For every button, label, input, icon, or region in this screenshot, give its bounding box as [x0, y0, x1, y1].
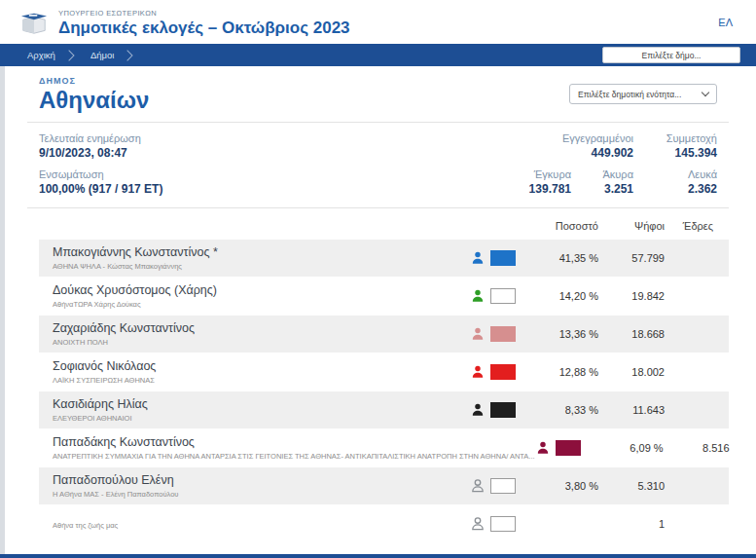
turnout-label: Συμμετοχή [633, 132, 717, 144]
municipality-name: Αθηναίων [39, 87, 149, 114]
party-name: ΕΛΕΥΘΕΡΟΙ ΑΘΗΝΑΙΟΙ [39, 414, 470, 423]
party-color-swatch [490, 326, 516, 342]
registered-value: 449.902 [519, 146, 633, 160]
ballot-box-icon [19, 9, 49, 36]
candidate-person-icon [470, 288, 486, 304]
integration-label: Ενσωμάτωση [39, 168, 162, 180]
percent-value: 14,20 % [530, 290, 598, 302]
candidate-row[interactable]: Παπαδάκης Κωνσταντίνος ΑΝΑΤΡΕΠΤΙΚΗ ΣΥΜΜΑ… [39, 429, 729, 466]
breadcrumb-municipalities-link[interactable]: Δήμοι [90, 50, 115, 60]
candidate-person-icon [470, 250, 486, 266]
votes-value: 8.516 [664, 442, 730, 454]
turnout-value: 145.394 [633, 146, 717, 160]
votes-value: 18.668 [598, 328, 665, 340]
candidate-row[interactable]: Κασιδιάρης Ηλίας ΕΛΕΥΘΕΡΟΙ ΑΘΗΝΑΙΟΙ 8,33… [39, 391, 729, 428]
chevron-right-icon [63, 50, 74, 60]
breadcrumb-bar: Αρχική Δήμοι Επιλέξτε δήμο... [0, 44, 756, 66]
party-color-swatch [490, 364, 516, 380]
last-update-label: Τελευταία ενημέρωση [39, 132, 162, 144]
candidate-name: Δούκας Χρυσόστομος (Χάρης) [39, 283, 470, 297]
candidate-name: Παπαδοπούλου Ελένη [39, 473, 470, 487]
party-name: Η ΑΘήνα ΜΑΣ - Ελένη Παπαδοπούλου [39, 490, 470, 499]
results-table-header: Ποσοστό Ψήφοι Έδρες [39, 208, 729, 240]
candidate-row[interactable]: Ζαχαριάδης Κωνσταντίνος ΑΝΟΙΧΤΗ ΠΟΛΗ 13,… [39, 316, 729, 353]
breadcrumb-home-link[interactable]: Αρχική [27, 50, 55, 60]
candidate-name: Κασιδιάρης Ηλίας [39, 397, 470, 411]
window-bottom-edge [0, 554, 756, 558]
candidate-person-icon [470, 326, 486, 342]
window-left-edge [0, 66, 5, 558]
candidate-name: Παπαδάκης Κωνσταντίνος [39, 435, 535, 449]
results-table: Ποσοστό Ψήφοι Έδρες Μπακογιάννης Κωνσταν… [39, 208, 729, 542]
chevron-down-icon [702, 89, 709, 96]
candidate-row[interactable]: Μπακογιάννης Κωνσταντίνος * ΑΘΗΝΑ ΨΗΛΑ -… [39, 240, 729, 277]
percent-value: 6,09 % [595, 442, 664, 454]
votes-value: 5.310 [598, 480, 665, 492]
chevron-right-icon [123, 50, 133, 60]
candidate-row[interactable]: Δούκας Χρυσόστομος (Χάρης) ΑθήναΤΩΡΑ Χάρ… [39, 278, 729, 315]
valid-label: Έγκυρα [501, 168, 571, 180]
candidate-person-icon [470, 478, 486, 494]
percent-value: 41,35 % [530, 252, 598, 264]
candidate-person-icon [470, 364, 486, 380]
municipal-unit-select[interactable]: Επιλέξτε δημοτική ενότητα... [569, 84, 717, 104]
party-name: ΑΝΟΙΧΤΗ ΠΟΛΗ [39, 338, 470, 347]
votes-value: 11.643 [598, 404, 665, 416]
party-name: ΑΘΗΝΑ ΨΗΛΑ - Κώστας Μπακογιάννης [39, 262, 470, 271]
votes-value: 57.799 [598, 252, 665, 264]
candidate-person-icon [470, 516, 486, 532]
party-color-swatch [490, 402, 516, 418]
candidate-row[interactable]: Σοφιανός Νικόλαος ΛΑΪΚΗ ΣΥΣΠΕΙΡΩΣΗ ΑΘΗΝΑ… [39, 353, 729, 391]
blank-value: 2.362 [633, 182, 717, 196]
candidate-name: Μπακογιάννης Κωνσταντίνος * [39, 245, 470, 259]
party-name: ΑΝΑΤΡΕΠΤΙΚΗ ΣΥΜΜΑΧΙΑ ΓΙΑ ΤΗΝ ΑΘΗΝΑ ΑΝΤΑΡ… [39, 452, 535, 461]
party-color-swatch [556, 440, 581, 456]
top-header: ΥΠΟΥΡΓΕΙΟ ΕΣΩΤΕΡΙΚΩΝ Δημοτικές εκλογές –… [0, 0, 756, 44]
candidate-name: Σοφιανός Νικόλαος [39, 359, 470, 373]
percent-value: 8,33 % [530, 404, 598, 416]
registered-label: Εγγεγραμμένοι [519, 132, 633, 144]
candidate-row[interactable]: Αθήνα της ζωής μας 1 [39, 505, 729, 542]
percent-column-header: Ποσοστό [530, 220, 598, 232]
votes-value: 18.002 [598, 366, 665, 378]
page-title: Δημοτικές εκλογές – Οκτώβριος 2023 [58, 19, 712, 38]
candidate-person-icon [470, 402, 486, 418]
valid-value: 139.781 [501, 182, 571, 196]
municipality-picker-button[interactable]: Επιλέξτε δήμο... [602, 47, 740, 63]
candidate-person-icon [535, 440, 551, 456]
votes-column-header: Ψήφοι [598, 220, 665, 232]
party-name: Αθήνα της ζωής μας [39, 521, 470, 530]
last-update-value: 9/10/2023, 08:47 [39, 146, 162, 160]
invalid-label: Άκυρα [571, 168, 633, 180]
ministry-label: ΥΠΟΥΡΓΕΙΟ ΕΣΩΤΕΡΙΚΩΝ [58, 9, 712, 18]
seats-column-header: Έδρες [665, 220, 713, 232]
party-color-swatch [490, 288, 516, 304]
municipality-type-label: ΔΗΜΟΣ [39, 76, 149, 86]
invalid-value: 3.251 [571, 182, 633, 196]
stats-section: Τελευταία ενημέρωση 9/10/2023, 08:47 Ενσ… [0, 123, 756, 207]
percent-value: 13,36 % [530, 328, 598, 340]
votes-value: 1 [598, 518, 665, 530]
language-switcher[interactable]: ΕΛ [712, 13, 738, 32]
candidate-name: Ζαχαριάδης Κωνσταντίνος [39, 321, 470, 335]
candidate-row[interactable]: Παπαδοπούλου Ελένη Η ΑΘήνα ΜΑΣ - Ελένη Π… [39, 467, 729, 504]
party-color-swatch [490, 250, 516, 266]
votes-value: 19.842 [598, 290, 665, 302]
party-name: ΑθήναΤΩΡΑ Χάρης Δούκας [39, 300, 470, 309]
municipality-header: ΔΗΜΟΣ Αθηναίων Επιλέξτε δημοτική ενότητα… [0, 66, 756, 122]
municipal-unit-select-value: Επιλέξτε δημοτική ενότητα... [578, 90, 681, 99]
party-color-swatch [490, 478, 516, 494]
percent-value: 12,88 % [530, 366, 598, 378]
blank-label: Λευκά [633, 168, 717, 180]
party-color-swatch [490, 516, 516, 532]
integration-value: 100,00% (917 / 917 ΕΤ) [39, 182, 162, 196]
party-name: ΛΑΪΚΗ ΣΥΣΠΕΙΡΩΣΗ ΑΘΗΝΑΣ [39, 376, 470, 385]
percent-value: 3,80 % [530, 480, 598, 492]
